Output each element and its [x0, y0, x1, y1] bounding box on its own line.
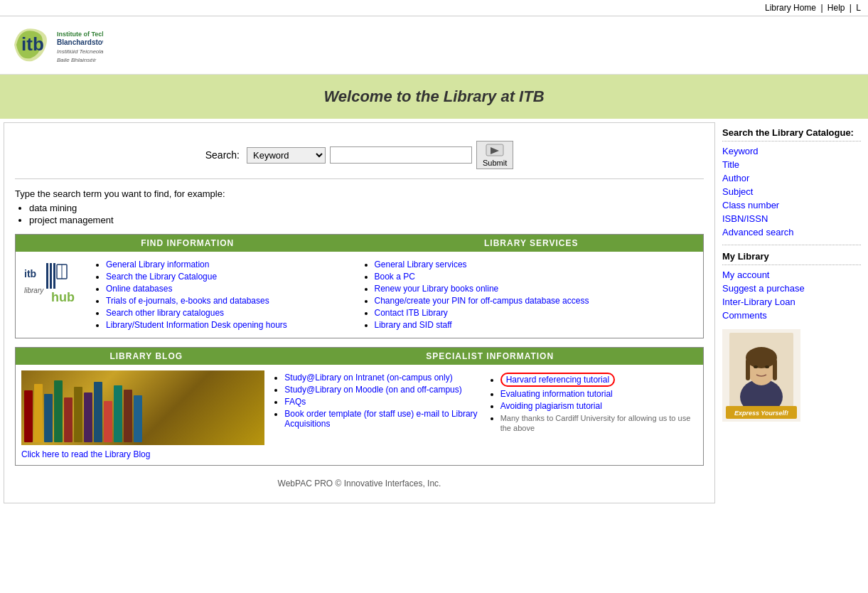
cardiff-thanks-item: Many thanks to Cardiff University for al… [500, 413, 697, 433]
study-intranet-item: Study@Library on Intranet (on-campus onl… [284, 373, 481, 383]
svg-rect-21 [746, 359, 750, 380]
trials-ejournals-item: Trials of e-journals, e-books and databa… [106, 296, 287, 306]
book-pc-item: Book a PC [375, 272, 698, 282]
search-example-1: data mining [29, 203, 704, 213]
catalogue-title: Search the Library Catalogue: [722, 126, 861, 141]
study-moodle-link[interactable]: Study@Library on Moodle (on and off-camp… [284, 385, 461, 395]
sidebar-advanced-search-link[interactable]: Advanced search [722, 225, 861, 239]
book-4 [54, 380, 63, 442]
services-links: General Library services Book a PC Renew… [363, 260, 698, 330]
main-layout: Search: Keyword Title Author Subject Cla… [0, 119, 868, 507]
sidebar-interlibrary-loan-link[interactable]: Inter-Library Loan [722, 295, 861, 309]
faqs-item: FAQs [284, 397, 481, 407]
svg-text:itb: itb [21, 33, 44, 55]
search-input[interactable] [330, 146, 472, 164]
svg-text:Institute of Technology: Institute of Technology [57, 31, 103, 38]
submit-icon [485, 143, 505, 159]
general-library-info-link[interactable]: General Library information [106, 260, 209, 269]
ask-librarian-svg: Express Yourself! Ask A Librarian. [722, 329, 800, 422]
sidebar-author-link[interactable]: Author [722, 171, 861, 185]
change-pin-link[interactable]: Change/create your PIN for off-campus da… [375, 296, 589, 306]
svg-point-24 [765, 365, 769, 368]
svg-rect-11 [53, 263, 55, 289]
help-link[interactable]: Help [827, 3, 845, 13]
sidebar-subject-link[interactable]: Subject [722, 185, 861, 198]
library-home-link[interactable]: Library Home [765, 3, 816, 13]
library-services-header: LIBRARY SERVICES [360, 235, 704, 252]
svg-rect-22 [773, 359, 777, 380]
sidebar-keyword-link[interactable]: Keyword [722, 144, 861, 158]
search-other-library-item: Search other library catalogues [106, 308, 287, 318]
book-order-item: Book order template (for staff use) e-ma… [284, 409, 481, 429]
svg-point-20 [746, 347, 777, 368]
submit-label: Submit [483, 159, 507, 167]
content-area: Search: Keyword Title Author Subject Cla… [4, 122, 715, 503]
welcome-text: Welcome to the Library at ITB [323, 87, 544, 105]
harvard-ref-link[interactable]: Harvard referencing tutorial [506, 375, 609, 385]
nav-separator2: | [850, 3, 854, 13]
itb-logo-svg: itb Institute of Technology Blanchardsto… [11, 22, 103, 68]
my-library-title: My Library [722, 248, 861, 265]
sidebar-comments-link[interactable]: Comments [722, 309, 861, 322]
faqs-link[interactable]: FAQs [284, 397, 306, 407]
evaluating-info-link[interactable]: Evaluating information tutorial [500, 389, 613, 399]
svg-point-23 [754, 365, 758, 368]
contact-itb-item: Contact ITB Library [375, 308, 698, 318]
library-student-info-item: Library/Student Information Desk opening… [106, 320, 287, 330]
search-example-2: project management [29, 215, 704, 225]
sidebar-isbn-link[interactable]: ISBN/ISSN [722, 212, 861, 225]
svg-text:Blanchardstown: Blanchardstown [57, 38, 103, 46]
study-intranet-link[interactable]: Study@Library on Intranet (on-campus onl… [284, 373, 452, 383]
library-student-info-link[interactable]: Library/Student Information Desk opening… [106, 320, 287, 330]
blog-image [21, 370, 264, 445]
book-pc-link[interactable]: Book a PC [375, 272, 415, 282]
welcome-banner: Welcome to the Library at ITB [0, 75, 868, 119]
trials-ejournals-link[interactable]: Trials of e-journals, e-books and databa… [106, 296, 269, 306]
book-order-link[interactable]: Book order template (for staff use) e-ma… [284, 409, 477, 429]
submit-button[interactable]: Submit [476, 141, 513, 169]
hub-logo: itb library hub [21, 257, 89, 306]
library-sid-staff-link[interactable]: Library and SID staff [375, 320, 452, 330]
general-services-link[interactable]: General Library services [375, 260, 467, 269]
library-services-column: General Library services Book a PC Renew… [363, 257, 698, 332]
book-2 [34, 384, 43, 442]
sidebar-suggest-purchase-link[interactable]: Suggest a purchase [722, 282, 861, 295]
search-type-select[interactable]: Keyword Title Author Subject Class numbe… [247, 147, 326, 164]
plagiarism-link[interactable]: Avoiding plagiarism tutorial [500, 401, 602, 411]
ask-librarian-image: Express Yourself! Ask A Librarian. [722, 329, 800, 422]
svg-text:Institiúid Teicneolaíochta: Institiúid Teicneolaíochta [57, 48, 103, 55]
book-1 [24, 390, 33, 442]
general-library-info-item: General Library information [106, 260, 287, 269]
contact-itb-link[interactable]: Contact ITB Library [375, 308, 448, 318]
general-services-item: General Library services [375, 260, 698, 269]
online-databases-item: Online databases [106, 284, 287, 294]
find-info-header: FIND INFORMATION [16, 235, 360, 252]
book-12 [134, 395, 142, 442]
books-display [21, 370, 264, 445]
search-examples-list: data mining project management [15, 203, 704, 225]
book-11 [124, 390, 132, 442]
read-library-blog-link[interactable]: Click here to read the Library Blog [21, 449, 150, 459]
harvard-ref-item: Harvard referencing tutorial [500, 373, 697, 387]
specialist-left-links: Study@Library on Intranet (on-campus onl… [273, 373, 481, 429]
sidebar-divider [722, 245, 861, 245]
blog-specialist-header: LIBRARY BLOG SPECIALIST INFORMATION [16, 348, 703, 365]
online-databases-link[interactable]: Online databases [106, 284, 172, 294]
svg-text:Express Yourself!: Express Yourself! [734, 410, 788, 417]
blog-link-container: Click here to read the Library Blog [21, 449, 264, 459]
svg-text:Baile Bhlainséir: Baile Bhlainséir [57, 57, 96, 63]
evaluating-info-item: Evaluating information tutorial [500, 389, 697, 399]
renew-books-link[interactable]: Renew your Library books online [375, 284, 499, 294]
harvard-ref-highlight: Harvard referencing tutorial [500, 373, 615, 387]
l-link[interactable]: L [856, 3, 861, 13]
info-services-header: FIND INFORMATION LIBRARY SERVICES [16, 235, 703, 252]
book-10 [114, 385, 122, 442]
sidebar-my-account-link[interactable]: My account [722, 268, 861, 282]
search-divider [15, 178, 704, 179]
sidebar-classnumber-link[interactable]: Class number [722, 198, 861, 212]
search-other-library-link[interactable]: Search other library catalogues [106, 308, 224, 318]
sidebar-title-link[interactable]: Title [722, 158, 861, 171]
search-library-catalogue-link[interactable]: Search the Library Catalogue [106, 272, 217, 282]
hub-logo-svg: itb library hub [21, 257, 89, 306]
specialist-column: Study@Library on Intranet (on-campus onl… [273, 370, 697, 459]
